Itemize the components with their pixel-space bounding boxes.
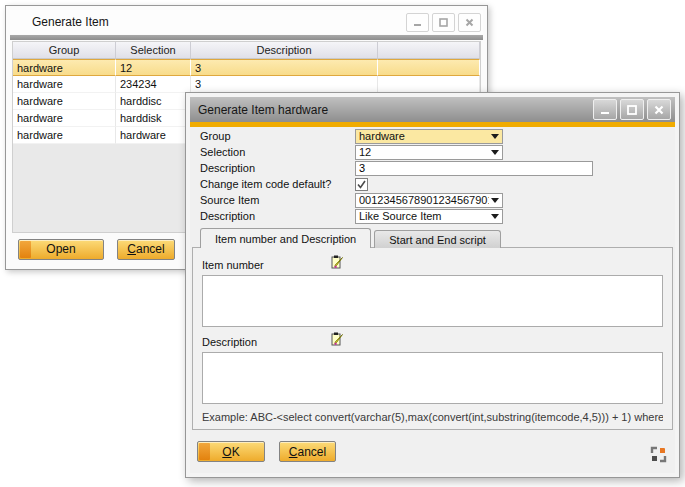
cancel-button[interactable]: Cancel [117,239,175,260]
description-label-row: Description [202,334,663,349]
window-controls [403,13,481,32]
cell-group[interactable]: hardware [13,110,116,127]
description-mode-label: Description [200,210,355,222]
cell-selection[interactable]: 12 [116,59,191,76]
tab-label: Start and End script [389,234,486,246]
cell-selection[interactable]: 234234 [116,76,191,93]
cell-empty [378,76,480,93]
desktop: Generate Item Group Selection Descriptio… [0,0,685,487]
table-header-row: Group Selection Description [13,42,480,59]
description-label: Description [200,162,355,174]
group-value: hardware [359,130,489,142]
minimize-button[interactable] [593,99,617,120]
tab-label: Item number and Description [215,233,356,245]
dialog-form: Group hardware Selection 12 Description [200,128,667,224]
source-item-value: 00123456789012345679012345 [359,194,489,206]
description-input[interactable] [355,161,593,176]
window-title: Generate Item [32,15,109,29]
column-header-empty [378,42,480,58]
ok-button-accel: O [222,445,231,459]
cell-selection[interactable]: hardware [116,127,191,144]
description-textarea[interactable] [202,352,663,404]
form-row-change-item-code: Change item code default? [200,176,667,192]
cell-group[interactable]: hardware [13,59,116,76]
example-hint-text: Example: ABC-<select convert(varchar(5),… [202,411,663,423]
checkmark-icon [356,179,367,190]
form-row-description: Description [200,160,667,176]
cancel-button-accel: C [127,242,136,256]
table-row[interactable]: hardware 12 3 [13,59,480,76]
close-button[interactable] [647,99,671,120]
cell-selection[interactable]: harddisc [116,93,191,110]
cell-group[interactable]: hardware [13,127,116,144]
generate-item-hardware-dialog: Generate Item hardware Group hard [185,92,680,478]
column-header-selection: Selection [116,42,191,58]
cell-description[interactable]: 3 [191,76,378,93]
group-dropdown[interactable]: hardware [355,129,503,144]
tab-start-and-end-script[interactable]: Start and End script [374,230,501,248]
maximize-button[interactable] [432,13,455,32]
open-button-label: Open [46,242,75,256]
cancel-button-label: ancel [136,242,165,256]
close-button[interactable] [458,13,481,32]
item-number-textarea[interactable] [202,275,663,327]
source-item-dropdown[interactable]: 00123456789012345679012345 [355,193,503,208]
column-header-description: Description [191,42,378,58]
cell-group[interactable]: hardware [13,93,116,110]
dialog-titlebar[interactable]: Generate Item hardware [190,97,675,122]
minimize-button[interactable] [406,13,429,32]
description-mode-dropdown[interactable]: Like Source Item [355,209,503,224]
inactive-accent-bar [10,35,483,40]
tab-content-panel: Item number Description [192,247,673,430]
cell-selection[interactable]: harddisk [116,110,191,127]
selection-value: 12 [359,146,489,158]
form-row-description-mode: Description Like Source Item [200,208,667,224]
source-item-label: Source Item [200,194,355,206]
maximize-button[interactable] [620,99,644,120]
cancel-button[interactable]: Cancel [279,441,336,462]
cell-group[interactable]: hardware [13,76,116,93]
column-header-group: Group [13,42,116,58]
form-row-selection: Selection 12 [200,144,667,160]
dialog-tabs: Item number and Description Start and En… [200,228,504,248]
item-number-label: Item number [202,259,330,271]
chevron-down-icon [491,214,499,219]
description-mode-value: Like Source Item [359,210,489,222]
chevron-down-icon [491,150,499,155]
button-focus-indicator [20,241,31,258]
tab-item-number-and-description[interactable]: Item number and Description [200,228,371,248]
dialog-client-area: Group hardware Selection 12 Description [190,127,675,473]
cell-description[interactable]: 3 [191,59,378,76]
edit-script-icon[interactable] [330,332,344,351]
open-button[interactable]: Open [18,239,104,260]
chevron-down-icon [491,198,499,203]
item-number-label-row: Item number [202,257,663,272]
edit-script-icon[interactable] [330,255,344,274]
cell-empty [378,59,480,76]
ok-button-label: K [232,445,240,459]
chevron-down-icon [491,134,499,139]
selection-label: Selection [200,146,355,158]
group-label: Group [200,130,355,142]
table-row[interactable]: hardware 234234 3 [13,76,480,93]
generate-item-titlebar[interactable]: Generate Item [10,10,483,34]
form-row-source-item: Source Item 00123456789012345679012345 [200,192,667,208]
dialog-footer: OK Cancel [197,441,336,462]
change-item-code-label: Change item code default? [200,178,355,190]
window-controls [590,99,671,120]
ok-button[interactable]: OK [197,441,265,462]
cancel-button-label: ancel [297,445,326,459]
dialog-title: Generate Item hardware [198,103,328,117]
resize-grip-icon[interactable] [650,446,667,463]
description-script-label: Description [202,336,330,348]
form-row-group: Group hardware [200,128,667,144]
change-item-code-checkbox[interactable] [355,178,368,191]
selection-dropdown[interactable]: 12 [355,145,503,160]
button-focus-indicator [199,443,210,460]
